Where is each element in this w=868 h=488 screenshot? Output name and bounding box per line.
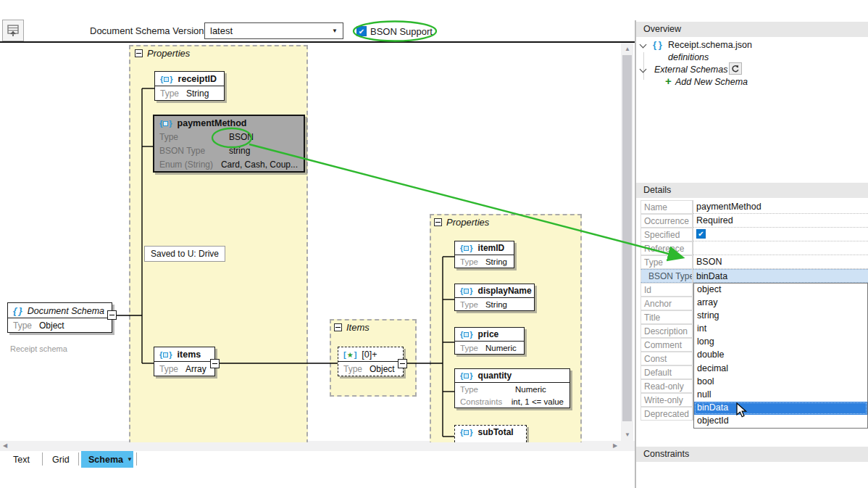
bson-type-dropdown[interactable]: object array string int long double deci…: [693, 283, 868, 429]
node-items[interactable]: {} items Type Array: [154, 347, 215, 376]
dropdown-option[interactable]: bool: [694, 376, 867, 389]
tab-text[interactable]: Text: [6, 451, 39, 468]
tab-schema[interactable]: Schema ▼: [81, 451, 133, 468]
expand-connector-icon[interactable]: [210, 359, 220, 368]
node-array-item[interactable]: [★] [0]+ Type Object: [338, 347, 404, 376]
dropdown-option[interactable]: double: [694, 349, 867, 362]
type-label: Type: [460, 385, 508, 394]
type-value: Array: [185, 364, 206, 374]
detail-label-const: Const: [640, 352, 693, 365]
node-name: displayName: [478, 286, 532, 296]
dropdown-option[interactable]: null: [694, 389, 867, 402]
array-item-icon: [★]: [343, 350, 356, 359]
dropdown-option[interactable]: object: [694, 284, 867, 297]
schema-settings-button[interactable]: [2, 20, 24, 41]
node-name: quantity: [478, 371, 512, 381]
property-icon: {}: [460, 330, 473, 339]
expand-connector-icon[interactable]: [398, 359, 407, 368]
dropdown-option[interactable]: int: [694, 323, 867, 336]
type-label: Type: [460, 300, 478, 309]
diagram-vertical-scrollbar[interactable]: ▲ ▼: [621, 43, 633, 442]
type-value: Numeric: [485, 344, 517, 352]
type-label: Type: [13, 320, 32, 331]
detail-label-type: Type: [640, 255, 693, 269]
enum-value: Card, Cash, Coup...: [221, 160, 298, 170]
detail-value-name[interactable]: paymentMethod: [693, 200, 868, 214]
check-icon: ✔: [698, 230, 704, 238]
scrollbar-thumb[interactable]: [622, 55, 632, 421]
detail-value-occurrence[interactable]: Required: [693, 214, 868, 228]
node-sub-total[interactable]: {} subTotal: [454, 425, 527, 442]
dropdown-option[interactable]: string: [694, 310, 867, 323]
diagram-horizontal-scrollbar[interactable]: ◀ ▶: [0, 441, 622, 451]
chevron-down-icon[interactable]: [640, 41, 647, 49]
tree-item-external-schemas[interactable]: External Schemas: [654, 65, 727, 75]
plus-icon: +: [665, 77, 672, 86]
scrollbar-corner: [622, 441, 635, 451]
detail-label-anchor: Anchor: [640, 297, 693, 310]
type-value: BSON: [229, 132, 254, 142]
expand-connector-icon[interactable]: [107, 310, 117, 320]
overview-header: Overview: [636, 22, 868, 37]
tree-item-root[interactable]: Receipt.schema.json: [668, 40, 752, 50]
node-receipt-id[interactable]: {} receiptID Type String: [154, 71, 225, 101]
chevron-down-icon: ▼: [332, 28, 338, 34]
dropdown-option[interactable]: array: [694, 297, 867, 310]
node-display-name[interactable]: {} displayName Type String: [454, 284, 535, 311]
type-label: Type: [460, 344, 478, 352]
items-container-label: Items: [346, 322, 370, 333]
detail-label-occurrence: Occurrence: [640, 214, 693, 228]
type-value: Object: [39, 320, 64, 331]
bson-support-checkbox[interactable]: ✔: [356, 26, 367, 36]
schema-caption: Receipt schema: [10, 344, 67, 353]
panel-divider[interactable]: [635, 20, 636, 488]
node-quantity[interactable]: {} quantity Type Numeric Constraints int…: [454, 368, 570, 408]
dropdown-option-selected[interactable]: binData: [694, 402, 867, 415]
constraints-value: int, 1 <= value: [512, 397, 564, 406]
detail-label-id: Id: [640, 283, 693, 297]
collapse-minus-icon[interactable]: [135, 49, 143, 57]
property-icon: {}: [460, 428, 473, 437]
dropdown-option[interactable]: long: [694, 336, 867, 349]
detail-value-type[interactable]: BSON: [693, 255, 868, 269]
scroll-left-icon[interactable]: ◀: [3, 443, 7, 449]
collapse-minus-icon[interactable]: [334, 323, 342, 331]
tab-grid[interactable]: Grid: [45, 451, 77, 468]
node-name: itemID: [478, 243, 505, 253]
node-item-id[interactable]: {} itemID Type String: [454, 241, 514, 268]
detail-label-description: Description: [640, 324, 693, 338]
tree-item-add-new-schema[interactable]: Add New Schema: [675, 77, 748, 87]
node-document-schema[interactable]: { } Document Schema Type Object: [7, 302, 112, 333]
schema-version-label: Document Schema Version:: [90, 25, 206, 36]
detail-label-read-only: Read-only: [640, 379, 693, 393]
chevron-down-icon: ▼: [127, 456, 133, 463]
refresh-icon: [731, 65, 740, 73]
detail-value-specified[interactable]: ✔: [693, 228, 868, 241]
detail-label-name: Name: [640, 200, 693, 214]
node-payment-method[interactable]: {} paymentMethod Type BSON BSON Type str…: [153, 115, 305, 173]
refresh-schemas-button[interactable]: [729, 62, 742, 75]
scroll-right-icon[interactable]: ▶: [613, 443, 617, 449]
detail-value-bson-type[interactable]: binData: [693, 269, 868, 283]
detail-value-reference[interactable]: [693, 241, 868, 255]
bson-type-label: BSON Type: [159, 146, 222, 156]
node-name: subTotal: [478, 427, 514, 437]
dropdown-option[interactable]: decimal: [694, 363, 867, 376]
check-icon: ✔: [359, 28, 364, 36]
tree-item-definitions[interactable]: definitions: [668, 52, 709, 62]
detail-label-reference: Reference: [640, 241, 693, 255]
scroll-down-icon[interactable]: ▼: [625, 432, 630, 438]
property-icon: {}: [460, 371, 473, 380]
node-price[interactable]: {} price Type Numeric: [454, 327, 525, 355]
node-name: [0]+: [362, 350, 377, 360]
schema-version-select[interactable]: latest ▼: [204, 22, 343, 39]
specified-checkbox[interactable]: ✔: [696, 229, 706, 239]
json-object-icon: { }: [653, 39, 662, 50]
dropdown-option[interactable]: objectId: [694, 415, 867, 428]
chevron-down-icon[interactable]: [640, 66, 647, 73]
collapse-minus-icon[interactable]: [434, 218, 442, 226]
type-value: String: [186, 88, 209, 99]
scroll-up-icon[interactable]: ▲: [625, 46, 630, 52]
schema-diagram-canvas[interactable]: Properties Items Properties {: [0, 41, 635, 442]
bson-type-value: string: [229, 146, 250, 156]
